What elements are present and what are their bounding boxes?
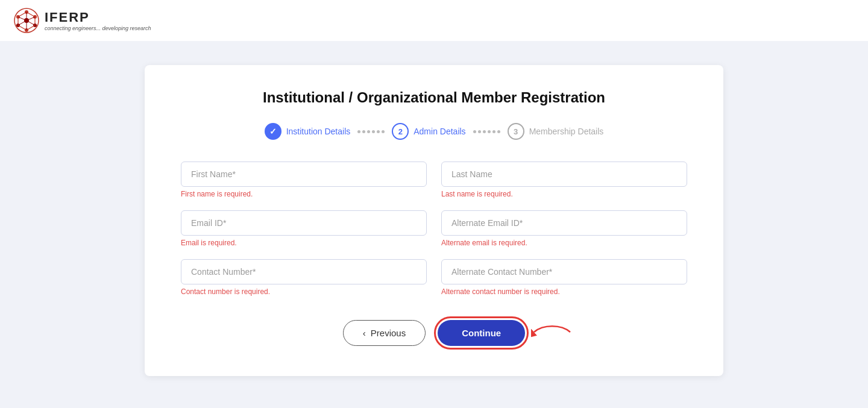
first-name-error: First name is required. xyxy=(181,190,427,198)
continue-button[interactable]: Continue xyxy=(438,320,525,346)
dots-1-2 xyxy=(357,130,385,133)
logo-title: IFERP xyxy=(45,10,151,25)
continue-label: Continue xyxy=(462,328,501,338)
alt-contact-field: Alternate contact number is required. xyxy=(441,259,687,296)
last-name-input[interactable] xyxy=(441,162,687,187)
logo: IFERP connecting engineers... developing… xyxy=(12,6,151,35)
alt-email-field: Alternate email is required. xyxy=(441,210,687,247)
step-2: 2 Admin Details xyxy=(392,123,465,140)
svg-line-8 xyxy=(27,12,35,17)
page-title: Institutional / Organizational Member Re… xyxy=(181,89,687,106)
previous-button[interactable]: ‹ Previous xyxy=(343,320,426,346)
last-name-error: Last name is required. xyxy=(441,190,687,198)
previous-label: Previous xyxy=(371,328,406,338)
svg-line-10 xyxy=(27,25,35,30)
contact-input[interactable] xyxy=(181,259,427,284)
logo-icon xyxy=(12,6,41,35)
logo-subtitle: connecting engineers... developing resea… xyxy=(45,25,151,31)
registration-card: Institutional / Organizational Member Re… xyxy=(145,65,723,376)
alt-contact-input[interactable] xyxy=(441,259,687,284)
step-3-circle: 3 xyxy=(508,123,524,140)
chevron-left-icon: ‹ xyxy=(363,328,366,338)
svg-line-16 xyxy=(27,20,35,25)
button-row: ‹ Previous Continue xyxy=(181,320,687,346)
svg-line-18 xyxy=(18,20,27,25)
stepper: ✓ Institution Details 2 Admin Details xyxy=(181,123,687,140)
logo-text: IFERP connecting engineers... developing… xyxy=(45,10,151,31)
contact-field: Contact number is required. xyxy=(181,259,427,296)
step-1-label: Institution Details xyxy=(286,127,351,136)
header: IFERP connecting engineers... developing… xyxy=(0,0,868,41)
email-error: Email is required. xyxy=(181,239,427,247)
alt-email-error: Alternate email is required. xyxy=(441,239,687,247)
svg-line-13 xyxy=(18,12,27,17)
step-3-label: Membership Details xyxy=(529,127,604,136)
step-1-circle: ✓ xyxy=(265,123,281,140)
alt-email-input[interactable] xyxy=(441,210,687,236)
first-name-field: First name is required. xyxy=(181,162,427,198)
step-1: ✓ Institution Details xyxy=(265,123,351,140)
email-input[interactable] xyxy=(181,210,427,236)
email-field: Email is required. xyxy=(181,210,427,247)
main-wrapper: Institutional / Organizational Member Re… xyxy=(0,41,868,408)
step-3: 3 Membership Details xyxy=(508,123,604,140)
first-name-input[interactable] xyxy=(181,162,427,187)
step-2-circle: 2 xyxy=(392,123,409,140)
red-arrow-icon xyxy=(531,321,573,343)
step-2-label: Admin Details xyxy=(414,127,465,136)
contact-error: Contact number is required. xyxy=(181,287,427,296)
alt-contact-error: Alternate contact number is required. xyxy=(441,287,687,296)
form: First name is required. Last name is req… xyxy=(181,162,687,308)
svg-line-11 xyxy=(18,25,27,30)
dots-2-3 xyxy=(473,130,500,133)
last-name-field: Last name is required. xyxy=(441,162,687,198)
